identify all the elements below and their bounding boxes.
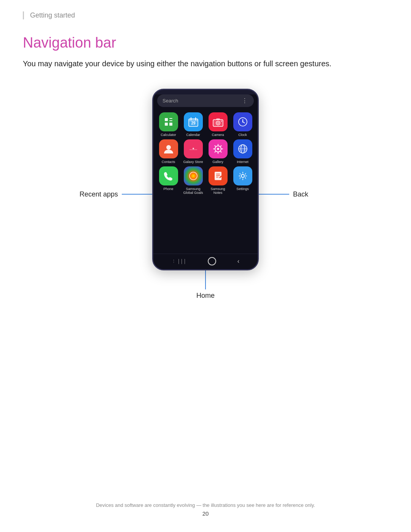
- phone-with-annotations: Recent apps Search ⋮: [61, 89, 350, 300]
- page-container: Getting started Navigation bar You may n…: [0, 0, 411, 532]
- svg-line-32: [221, 145, 221, 146]
- samsung-notes-icon: [209, 166, 228, 185]
- annotation-right: Back: [259, 190, 350, 198]
- svg-point-21: [166, 145, 171, 150]
- footer-page-number: 20: [0, 510, 411, 517]
- calendar-icon: 29: [184, 112, 203, 131]
- app-item-internet: Internet: [231, 139, 254, 164]
- svg-rect-0: [165, 118, 168, 121]
- app-item-phone: Phone: [157, 166, 180, 195]
- app-item-samsung-notes: Samsung Notes: [207, 166, 229, 195]
- app-grid: Calculator 29: [153, 110, 258, 200]
- svg-rect-3: [165, 123, 168, 126]
- svg-line-31: [215, 145, 215, 146]
- svg-rect-15: [216, 118, 220, 120]
- recent-apps-line: [122, 194, 152, 195]
- settings-label: Settings: [236, 187, 249, 191]
- settings-icon: [233, 166, 252, 185]
- calculator-label: Calculator: [161, 133, 176, 137]
- internet-icon: [233, 139, 252, 158]
- svg-rect-4: [169, 123, 172, 126]
- svg-line-33: [215, 152, 215, 152]
- svg-point-14: [217, 122, 219, 124]
- back-nav-button: ‹: [237, 258, 239, 265]
- section-description: You may navigate your device by using ei…: [23, 58, 335, 70]
- svg-rect-2: [169, 120, 172, 121]
- galaxy-store-label: Galaxy Store: [183, 160, 203, 164]
- app-item-settings: Settings: [231, 166, 254, 195]
- camera-label: Camera: [212, 133, 224, 137]
- svg-rect-41: [215, 172, 221, 180]
- phone-icon: [159, 166, 178, 185]
- app-item-contacts: Contacts: [157, 139, 180, 164]
- phone-screen: Search ⋮: [153, 94, 258, 269]
- home-nav-button: [208, 257, 216, 265]
- annotation-wrapper: Search ⋮: [152, 89, 259, 300]
- samsung-goals-icon: [184, 166, 203, 185]
- svg-text:29: 29: [191, 121, 196, 125]
- clock-icon: [233, 112, 252, 131]
- calculator-icon: [159, 112, 178, 131]
- svg-point-45: [241, 174, 244, 177]
- annotation-left: Recent apps: [61, 190, 152, 198]
- breadcrumb: Getting started: [23, 11, 388, 19]
- footer-disclaimer: Devices and software are constantly evol…: [0, 502, 411, 508]
- page-footer: Devices and software are constantly evol…: [0, 502, 411, 517]
- svg-point-40: [190, 172, 197, 180]
- back-annotation-line: [259, 194, 289, 195]
- phone-label: Phone: [163, 187, 173, 191]
- home-annotation-line: [205, 270, 206, 289]
- svg-point-16: [221, 121, 222, 122]
- camera-icon: [209, 112, 228, 131]
- samsung-notes-label: Samsung Notes: [207, 187, 229, 195]
- phone-nav-bar: ⋮ │││ ‹: [153, 254, 258, 269]
- app-item-galaxy-store: Galaxy Store: [182, 139, 204, 164]
- phone-empty-space: [153, 200, 258, 254]
- calendar-label: Calendar: [186, 133, 200, 137]
- recent-apps-nav-button: ⋮ │││: [172, 259, 187, 264]
- contacts-icon: [159, 139, 178, 158]
- phone-mockup: Search ⋮: [152, 89, 259, 270]
- svg-line-34: [221, 152, 221, 152]
- samsung-global-goals-label: Samsung Global Goals: [182, 187, 204, 195]
- back-label: Back: [293, 190, 308, 198]
- app-item-calendar: 29 Calendar: [182, 112, 204, 137]
- app-item-calculator: Calculator: [157, 112, 180, 137]
- app-item-camera: Camera: [207, 112, 229, 137]
- contacts-label: Contacts: [162, 160, 175, 164]
- phone-illustration-area: Recent apps Search ⋮: [23, 89, 388, 300]
- app-item-clock: Clock: [231, 112, 254, 137]
- breadcrumb-text: Getting started: [30, 11, 75, 19]
- internet-label: Internet: [237, 160, 249, 164]
- home-annotation: Home: [196, 270, 215, 300]
- home-label: Home: [196, 292, 215, 300]
- svg-rect-1: [169, 118, 172, 119]
- section-title: Navigation bar: [23, 35, 388, 51]
- galaxy-store-icon: [184, 139, 203, 158]
- phone-search-dots: ⋮: [242, 97, 249, 104]
- svg-point-26: [217, 148, 219, 150]
- phone-search-bar: Search ⋮: [157, 94, 254, 107]
- svg-point-20: [242, 121, 243, 123]
- gallery-icon: [209, 139, 228, 158]
- svg-point-24: [193, 148, 194, 149]
- clock-label: Clock: [238, 133, 247, 137]
- app-item-gallery: Gallery: [207, 139, 229, 164]
- recent-apps-label: Recent apps: [80, 190, 118, 198]
- gallery-label: Gallery: [212, 160, 223, 164]
- phone-search-text: Search: [162, 98, 178, 104]
- app-item-samsung-global-goals: Samsung Global Goals: [182, 166, 204, 195]
